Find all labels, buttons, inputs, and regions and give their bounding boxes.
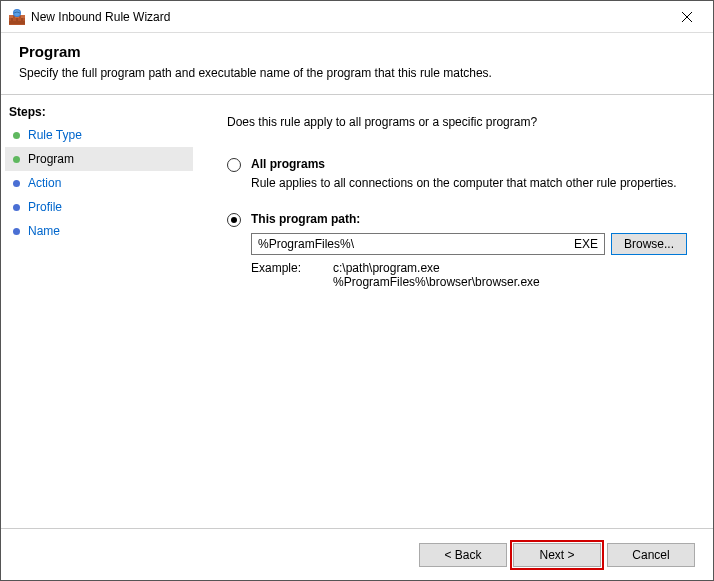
footer: < Back Next > Cancel (1, 528, 713, 580)
firewall-icon (9, 9, 25, 25)
program-path-input[interactable]: %ProgramFiles%\ EXE (251, 233, 605, 255)
step-bullet-icon (13, 204, 20, 211)
content-panel: Does this rule apply to all programs or … (197, 95, 713, 535)
close-icon (682, 12, 692, 22)
example-path-2: %ProgramFiles%\browser\browser.exe (333, 275, 540, 289)
browse-button[interactable]: Browse... (611, 233, 687, 255)
input-extension: EXE (574, 237, 598, 251)
header: Program Specify the full program path an… (1, 33, 713, 95)
radio-icon (227, 158, 241, 172)
example-path-1: c:\path\program.exe (333, 261, 540, 275)
radio-this-program-path[interactable]: This program path: (227, 212, 687, 227)
svg-rect-3 (9, 21, 25, 24)
titlebar[interactable]: New Inbound Rule Wizard (1, 1, 713, 33)
step-bullet-icon (13, 156, 20, 163)
step-program[interactable]: Program (5, 147, 193, 171)
step-action[interactable]: Action (5, 171, 193, 195)
example-label: Example: (251, 261, 301, 289)
step-bullet-icon (13, 132, 20, 139)
step-bullet-icon (13, 228, 20, 235)
radio-all-description: Rule applies to all connections on the c… (251, 176, 687, 190)
question-text: Does this rule apply to all programs or … (227, 115, 687, 129)
next-button[interactable]: Next > (513, 543, 601, 567)
back-button[interactable]: < Back (419, 543, 507, 567)
step-label: Profile (28, 200, 62, 214)
window-title: New Inbound Rule Wizard (31, 10, 665, 24)
radio-label: All programs (251, 157, 325, 171)
step-label: Action (28, 176, 61, 190)
steps-heading: Steps: (5, 103, 193, 123)
step-label: Name (28, 224, 60, 238)
steps-sidebar: Steps: Rule Type Program Action Profile … (1, 95, 197, 535)
svg-point-10 (14, 10, 20, 16)
step-profile[interactable]: Profile (5, 195, 193, 219)
page-description: Specify the full program path and execut… (19, 66, 695, 80)
step-name[interactable]: Name (5, 219, 193, 243)
close-button[interactable] (665, 2, 709, 32)
step-bullet-icon (13, 180, 20, 187)
page-title: Program (19, 43, 695, 60)
input-value: %ProgramFiles%\ (258, 237, 354, 251)
step-rule-type[interactable]: Rule Type (5, 123, 193, 147)
step-label: Rule Type (28, 128, 82, 142)
radio-label: This program path: (251, 212, 360, 226)
step-label: Program (28, 152, 74, 166)
radio-icon (227, 213, 241, 227)
cancel-button[interactable]: Cancel (607, 543, 695, 567)
radio-all-programs[interactable]: All programs (227, 157, 687, 172)
